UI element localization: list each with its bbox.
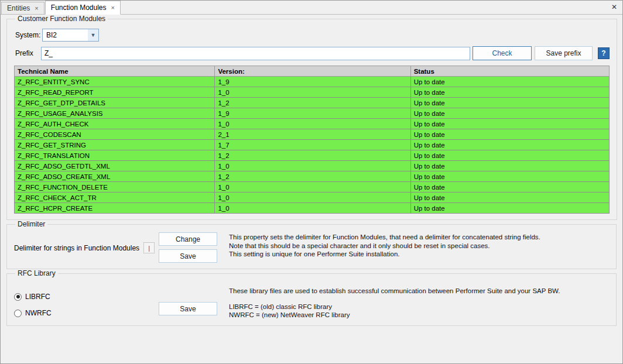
tab-function-modules[interactable]: Function Modules × — [45, 1, 121, 15]
table-row[interactable]: Z_RFC_ADSO_CREATE_XML 1_2 Up to date — [15, 171, 610, 182]
delimiter-description-line-1: This property sets the delimiter for Fun… — [229, 233, 540, 242]
delimiter-description: This property sets the delimiter for Fun… — [229, 233, 540, 259]
rfc-legend-line-2: NWRFC = (new) NetWeaver RFC library — [229, 311, 560, 320]
table-row[interactable]: Z_RFC_TRANSLATION 1_2 Up to date — [15, 150, 610, 161]
table-row[interactable]: Z_RFC_READ_REPORT 1_0 Up to date — [15, 87, 610, 98]
cell-technical-name: Z_RFC_ADSO_CREATE_XML — [15, 171, 215, 182]
delimiter-input[interactable] — [143, 242, 155, 253]
cell-technical-name: Z_RFC_GET_DTP_DETAILS — [15, 98, 215, 108]
cell-technical-name: Z_RFC_TRANSLATION — [15, 150, 215, 161]
save-rfc-button[interactable]: Save — [159, 302, 217, 315]
chevron-down-icon[interactable]: ▼ — [88, 29, 98, 41]
column-header-version[interactable]: Version: — [215, 66, 410, 77]
nwrfc-radio-label: NWRFC — [25, 309, 52, 317]
delimiter-field-row: Delimiter for strings in Function Module… — [14, 242, 159, 253]
radio-selected-icon[interactable] — [14, 293, 22, 301]
table-row[interactable]: Z_RFC_ADSO_GETDTL_XML 1_0 Up to date — [15, 161, 610, 171]
cell-technical-name: Z_RFC_ADSO_GETDTL_XML — [15, 161, 215, 171]
cell-status: Up to date — [410, 98, 609, 108]
function-modules-table: Technical Name Version: Status Z_RFC_ENT… — [14, 66, 610, 214]
system-dropdown[interactable]: BI2 ▼ — [42, 29, 99, 42]
cell-version: 1_0 — [215, 193, 410, 203]
customer-function-modules-title: Customer Function Modules — [15, 15, 108, 23]
spacer — [229, 296, 560, 303]
window-close-icon[interactable]: ✕ — [611, 4, 617, 11]
delimiter-group-title: Delimiter — [15, 220, 47, 228]
cell-status: Up to date — [410, 77, 609, 87]
table-row[interactable]: Z_RFC_ENTITY_SYNC 1_9 Up to date — [15, 77, 610, 87]
rfc-legend-line-1: LIBRFC = (old) classic RFC library — [229, 303, 560, 311]
cell-status: Up to date — [410, 161, 609, 171]
nwrfc-radio[interactable]: NWRFC — [14, 309, 159, 317]
cell-technical-name: Z_RFC_GET_STRING — [15, 140, 215, 150]
tab-function-modules-close-icon[interactable]: × — [111, 5, 115, 11]
table-row[interactable]: Z_RFC_AUTH_CHECK 1_0 Up to date — [15, 119, 610, 129]
customer-function-modules-group: Customer Function Modules System: BI2 ▼ … — [6, 15, 617, 220]
cell-technical-name: Z_RFC_READ_REPORT — [15, 87, 215, 98]
cell-technical-name: Z_RFC_CHECK_ACT_TR — [15, 193, 215, 203]
cell-status: Up to date — [410, 193, 609, 203]
librfc-radio[interactable]: LIBRFC — [14, 293, 159, 301]
table-row[interactable]: Z_RFC_CHECK_ACT_TR 1_0 Up to date — [15, 193, 610, 203]
tab-entities-close-icon[interactable]: × — [35, 5, 38, 12]
system-dropdown-value: BI2 — [46, 31, 57, 39]
function-modules-window: Entities × Function Modules × ✕ Customer… — [0, 0, 623, 364]
table-row[interactable]: Z_RFC_CODESCAN 2_1 Up to date — [15, 129, 610, 140]
table-row[interactable]: Z_RFC_GET_DTP_DETAILS 1_2 Up to date — [15, 98, 610, 108]
system-label: System: — [15, 31, 42, 39]
cell-status: Up to date — [410, 119, 609, 129]
column-header-technical-name[interactable]: Technical Name — [15, 66, 215, 77]
column-header-status[interactable]: Status — [410, 66, 609, 77]
prefix-label: Prefix — [15, 49, 41, 57]
cell-version: 1_0 — [215, 119, 410, 129]
cell-version: 1_2 — [215, 98, 410, 108]
table-body: Z_RFC_ENTITY_SYNC 1_9 Up to date Z_RFC_R… — [15, 77, 610, 214]
delimiter-label: Delimiter for strings in Function Module… — [14, 244, 139, 252]
cell-version: 1_0 — [215, 182, 410, 193]
cell-version: 1_2 — [215, 171, 410, 182]
cell-version: 1_0 — [215, 161, 410, 171]
delimiter-group: Delimiter Delimiter for strings in Funct… — [6, 220, 617, 269]
rfc-buttons: Save — [159, 302, 217, 315]
cell-technical-name: Z_RFC_USAGE_ANALYSIS — [15, 108, 215, 119]
prefix-input[interactable] — [41, 47, 470, 60]
cell-status: Up to date — [410, 150, 609, 161]
check-button[interactable]: Check — [473, 46, 532, 60]
table-row[interactable]: Z_RFC_GET_STRING 1_7 Up to date — [15, 140, 610, 150]
cell-version: 1_0 — [215, 87, 410, 98]
delimiter-buttons: Change Save — [159, 232, 217, 263]
cell-technical-name: Z_RFC_ENTITY_SYNC — [15, 77, 215, 87]
change-button[interactable]: Change — [159, 232, 217, 246]
table-header-row: Technical Name Version: Status — [15, 66, 610, 77]
cell-version: 1_9 — [215, 77, 410, 87]
librfc-radio-label: LIBRFC — [25, 293, 50, 301]
cell-status: Up to date — [410, 171, 609, 182]
system-row: System: BI2 ▼ — [15, 29, 610, 42]
cell-technical-name: Z_RFC_HCPR_CREATE — [15, 203, 215, 214]
radio-unselected-icon[interactable] — [14, 310, 22, 317]
save-delimiter-button[interactable]: Save — [159, 249, 217, 263]
cell-version: 1_7 — [215, 140, 410, 150]
table-row[interactable]: Z_RFC_FUNCTION_DELETE 1_0 Up to date — [15, 182, 610, 193]
save-prefix-button[interactable]: Save prefix — [535, 46, 593, 60]
table-row[interactable]: Z_RFC_HCPR_CREATE 1_0 Up to date — [15, 203, 610, 214]
tab-function-modules-label: Function Modules — [51, 4, 107, 12]
cell-status: Up to date — [410, 108, 609, 119]
prefix-row: Prefix Check Save prefix ? — [15, 46, 610, 60]
cell-status: Up to date — [410, 140, 609, 150]
tab-entities[interactable]: Entities × — [1, 2, 44, 14]
delimiter-description-line-2: Note that this should be a special chara… — [229, 242, 540, 250]
delimiter-description-line-3: This setting is unique for one Performer… — [229, 250, 540, 259]
cell-status: Up to date — [410, 203, 609, 214]
help-icon[interactable]: ? — [598, 47, 610, 59]
tab-bar: Entities × Function Modules × ✕ — [1, 1, 622, 15]
cell-technical-name: Z_RFC_AUTH_CHECK — [15, 119, 215, 129]
rfc-description: These library files are used to establis… — [229, 287, 560, 320]
rfc-description-line: These library files are used to establis… — [229, 287, 560, 296]
rfc-library-group-title: RFC Library — [15, 269, 58, 277]
cell-version: 2_1 — [215, 129, 410, 140]
cell-status: Up to date — [410, 87, 609, 98]
cell-version: 1_9 — [215, 108, 410, 119]
rfc-library-group: RFC Library LIBRFC NWRFC Save These libr… — [6, 269, 617, 326]
table-row[interactable]: Z_RFC_USAGE_ANALYSIS 1_9 Up to date — [15, 108, 610, 119]
